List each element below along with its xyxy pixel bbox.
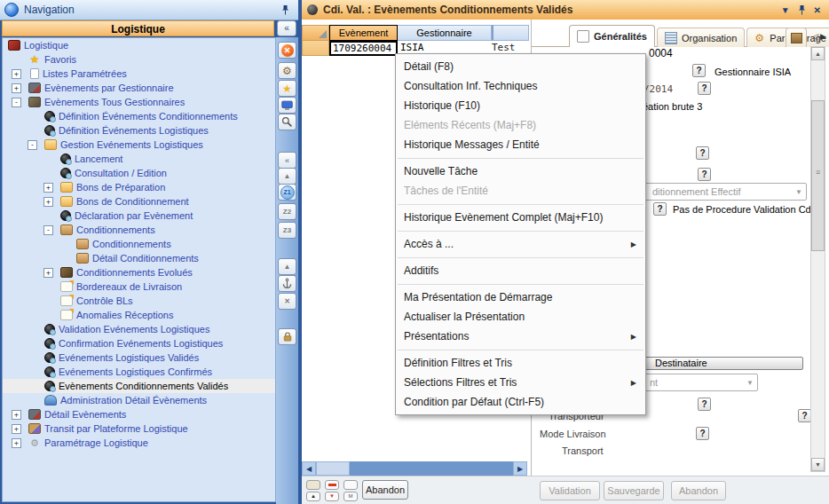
tree-item[interactable]: +Listes Paramétrées xyxy=(3,67,275,81)
zoom1-button[interactable]: Z1 xyxy=(278,184,296,201)
tree-item[interactable]: Evénements Logistiques Validés xyxy=(3,350,275,365)
status-white-button[interactable] xyxy=(343,480,358,490)
tree-item[interactable]: Contrôle BLs xyxy=(3,294,275,308)
favorite-button[interactable]: ★ xyxy=(278,80,296,97)
tree-item[interactable]: Logistique xyxy=(3,38,275,52)
help-button[interactable]: ? xyxy=(698,168,711,181)
abandon-button[interactable]: Abandon xyxy=(362,480,408,500)
nav-tree[interactable]: Logistique★Favoris+Listes Paramétrées+Ev… xyxy=(2,37,276,502)
lock-button[interactable] xyxy=(278,328,296,345)
column-header-evenement[interactable]: Evènement xyxy=(329,25,398,41)
menu-item[interactable]: Historique Messages / Entité xyxy=(396,135,645,154)
close-icon[interactable]: ✕ xyxy=(814,5,821,15)
hscroll-thumb[interactable] xyxy=(316,461,350,476)
tree-item[interactable]: Evénements Logistiques Confirmés xyxy=(3,365,275,379)
pin-icon[interactable] xyxy=(281,4,289,15)
expand-plus-icon[interactable]: + xyxy=(12,83,21,93)
pin-icon[interactable] xyxy=(798,4,806,15)
expand-plus-icon[interactable]: + xyxy=(12,69,21,79)
tab-generalites[interactable]: Généralités xyxy=(569,25,655,47)
collapse-minus-icon[interactable]: - xyxy=(43,225,53,235)
menu-item[interactable]: Consultation Inf. Techniques xyxy=(396,76,645,96)
collapse-panel-button[interactable]: « xyxy=(277,20,296,36)
tree-item[interactable]: Anomalies Réceptions xyxy=(3,308,275,322)
tree-item[interactable]: -Conditionnements xyxy=(3,223,275,237)
search-button[interactable] xyxy=(278,114,296,130)
collapse-minus-icon[interactable]: - xyxy=(12,98,21,107)
menu-item[interactable]: Additifs xyxy=(396,261,645,280)
close-red-button[interactable]: ✕ xyxy=(278,42,296,59)
abandon-right-button[interactable]: Abandon xyxy=(671,481,726,500)
help-button[interactable]: ? xyxy=(692,64,706,77)
expand-plus-icon[interactable]: + xyxy=(12,438,21,448)
tree-item[interactable]: Consultation / Edition xyxy=(3,166,275,180)
status-red-bar-button[interactable] xyxy=(325,480,339,490)
help-button[interactable]: ? xyxy=(698,398,711,411)
status-beige-button[interactable] xyxy=(306,480,320,490)
tab-scroll-arrows[interactable]: ◁▶ xyxy=(812,32,828,41)
menu-item[interactable]: Sélections Filtres et Tris▶ xyxy=(396,373,645,392)
anchor-button[interactable] xyxy=(278,275,296,292)
zoom3-button[interactable]: Z3 xyxy=(278,222,296,239)
tree-item[interactable]: Evènements Conditionnements Validés xyxy=(3,379,275,393)
tree-item[interactable]: Administration Détail Évènements xyxy=(3,393,275,407)
expand-plus-icon[interactable]: + xyxy=(43,197,53,207)
row-indicator-cell[interactable] xyxy=(302,41,329,56)
menu-item[interactable]: Accès à ...▶ xyxy=(396,234,645,254)
tree-item[interactable]: Détail Conditionnements xyxy=(3,251,275,265)
tree-item[interactable]: Bordereaux de Livraison xyxy=(3,280,275,294)
tree-item[interactable]: +Transit par Plateforme Logistique xyxy=(3,421,275,436)
tree-item[interactable]: +Détail Evènements xyxy=(3,407,275,421)
scroll-up-icon[interactable]: ▲ xyxy=(811,47,825,60)
form-vscrollbar[interactable]: ▲ ▼ xyxy=(810,46,825,472)
expand-plus-icon[interactable]: + xyxy=(43,183,53,193)
help-button[interactable]: ? xyxy=(653,202,667,216)
help-button[interactable]: ? xyxy=(798,409,811,422)
menu-item[interactable]: Actualiser la Présentation xyxy=(396,307,645,327)
menu-item[interactable]: Détail (F8) xyxy=(396,57,645,76)
scroll-down-icon[interactable]: ▼ xyxy=(811,458,825,471)
tab-overflow[interactable] xyxy=(786,28,807,47)
chevron-down-icon[interactable]: ▼ xyxy=(781,5,790,15)
tree-item[interactable]: -Gestion Evénements Logistiques xyxy=(3,138,275,152)
menu-item[interactable]: Nouvelle Tâche xyxy=(396,161,645,181)
collapse-left-button[interactable]: « xyxy=(278,152,296,169)
m-marker-button[interactable]: M xyxy=(343,492,358,501)
zoom2-button[interactable]: Z2 xyxy=(278,203,296,220)
menu-item[interactable]: Historique (F10) xyxy=(396,96,645,115)
help-button[interactable]: ? xyxy=(696,427,709,440)
tree-item[interactable]: Conditionnements xyxy=(3,237,275,251)
sort-down-button[interactable]: ▼ xyxy=(325,492,339,501)
tab-organisation[interactable]: Organisation xyxy=(657,28,745,47)
menu-item[interactable]: Définition Filtres et Tris xyxy=(396,353,645,373)
expand-plus-icon[interactable]: + xyxy=(12,424,21,434)
cell-evenement[interactable]: 1709260004 xyxy=(329,41,398,56)
collapse-minus-icon[interactable]: - xyxy=(28,140,37,150)
vscroll-thumb[interactable] xyxy=(811,100,825,251)
menu-item[interactable]: Condition par Défaut (Ctrl-F5) xyxy=(396,392,645,412)
tree-item[interactable]: ★Favoris xyxy=(3,52,275,67)
tree-item[interactable]: Déclaration par Evènement xyxy=(3,209,275,223)
tree-item[interactable]: -Evènements Tous Gestionnaires xyxy=(3,95,275,109)
up-arrow-button-2[interactable]: ▲ xyxy=(278,258,296,275)
grid-hscrollbar[interactable]: ◀ ▶ xyxy=(302,461,527,476)
tree-item[interactable]: Lancement xyxy=(3,152,275,166)
help-button[interactable]: ? xyxy=(698,82,711,95)
tree-item[interactable]: +Bons de Préparation xyxy=(3,180,275,194)
column-header-extra[interactable] xyxy=(492,25,529,41)
scroll-left-icon[interactable]: ◀ xyxy=(302,461,316,476)
tree-item[interactable]: +Conditionnements Evolués xyxy=(3,265,275,280)
tree-item[interactable]: Définition Événements Logistiques xyxy=(3,123,275,138)
grid-corner-cell[interactable] xyxy=(302,25,329,41)
tree-item[interactable]: +Bons de Conditionnement xyxy=(3,194,275,209)
menu-item[interactable]: Ma Présentation de Démarrage xyxy=(396,287,645,307)
scroll-right-icon[interactable]: ▶ xyxy=(513,461,527,476)
tree-item[interactable]: +⚙Paramétrage Logistique xyxy=(3,436,275,450)
tree-item[interactable]: Confirmation Evénements Logistiques xyxy=(3,336,275,350)
screen-button[interactable] xyxy=(278,97,296,114)
menu-item[interactable]: Historique Evènement Complet (Maj+F10) xyxy=(396,208,645,227)
tree-item[interactable]: Définition Événements Conditionnements xyxy=(3,109,275,123)
sort-up-button[interactable]: ▲ xyxy=(306,492,320,501)
expand-plus-icon[interactable]: + xyxy=(43,268,53,278)
sauvegarde-button[interactable]: Sauvegarde xyxy=(604,481,664,500)
